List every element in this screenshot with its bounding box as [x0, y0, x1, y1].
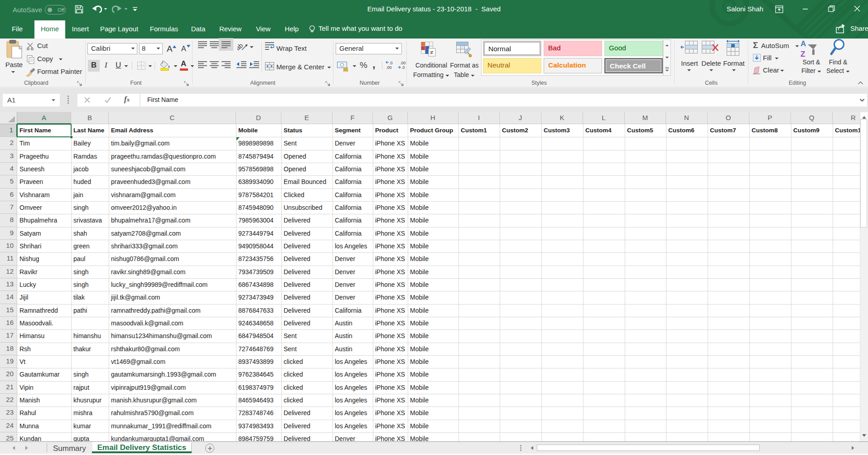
svg-text:ab: ab	[237, 42, 244, 52]
svg-text:.0: .0	[401, 65, 405, 70]
svg-text:≠: ≠	[430, 49, 433, 56]
svg-text:.0: .0	[389, 61, 393, 65]
svg-text:Z: Z	[800, 50, 805, 58]
svg-text:A: A	[800, 39, 806, 48]
svg-text:.00: .00	[400, 61, 406, 65]
svg-text:.00: .00	[386, 65, 392, 70]
